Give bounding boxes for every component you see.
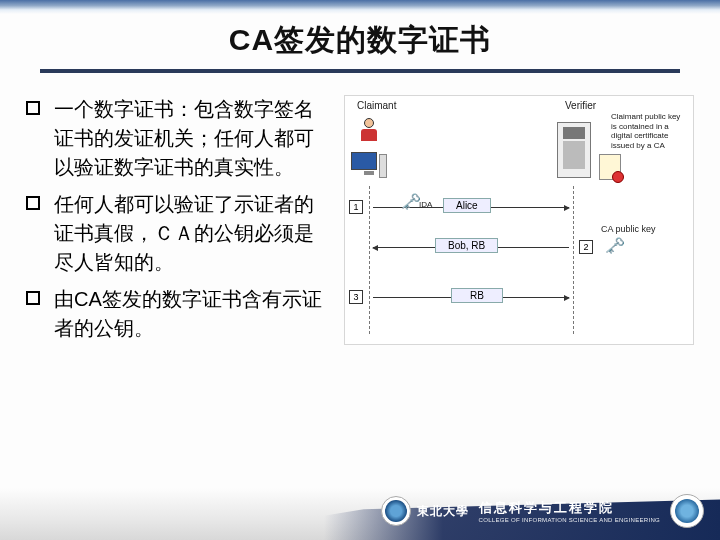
- department-name-cn: 信息科学与工程学院: [479, 499, 614, 517]
- ca-key-label: CA public key: [601, 224, 656, 234]
- department-block: 信息科学与工程学院 COLLEGE OF INFORMATION SCIENCE…: [479, 499, 660, 523]
- computer-icon: [351, 152, 387, 182]
- key-icon: 🗝️: [401, 192, 421, 211]
- bullet-marker-icon: [26, 196, 40, 210]
- msg-alice: Alice: [443, 198, 491, 213]
- lifeline-claimant: [369, 186, 370, 334]
- department-seal-icon: [670, 494, 704, 528]
- step-number-1: 1: [349, 200, 363, 214]
- bullet-text: 任何人都可以验证了示证者的证书真假，ＣＡ的公钥必须是尽人皆知的。: [54, 190, 326, 277]
- top-banner: [0, 0, 720, 14]
- bullet-item: 任何人都可以验证了示证者的证书真假，ＣＡ的公钥必须是尽人皆知的。: [26, 190, 326, 277]
- claimant-label: Claimant: [357, 100, 396, 111]
- ca-key-icon: 🗝️: [605, 236, 625, 255]
- id-label: IDA: [419, 200, 432, 209]
- certificate-icon: [599, 154, 621, 180]
- protocol-diagram: Claimant Verifier Claimant public key is…: [344, 95, 694, 345]
- server-icon: [557, 122, 591, 178]
- bullet-item: 一个数字证书：包含数字签名证书的发证机关；任何人都可以验证数字证书的真实性。: [26, 95, 326, 182]
- bullet-marker-icon: [26, 291, 40, 305]
- diagram-note: Claimant public key is contained in a di…: [611, 112, 687, 150]
- step-number-2: 2: [579, 240, 593, 254]
- bullet-text: 一个数字证书：包含数字签名证书的发证机关；任何人都可以验证数字证书的真实性。: [54, 95, 326, 182]
- bullet-item: 由CA签发的数字证书含有示证者的公钥。: [26, 285, 326, 343]
- title-block: CA签发的数字证书: [0, 20, 720, 73]
- bullet-text: 由CA签发的数字证书含有示证者的公钥。: [54, 285, 326, 343]
- msg-rb: RB: [451, 288, 503, 303]
- bullet-list: 一个数字证书：包含数字签名证书的发证机关；任何人都可以验证数字证书的真实性。 任…: [26, 95, 326, 351]
- page-title: CA签发的数字证书: [0, 20, 720, 61]
- university-name: 東北大學: [417, 503, 469, 520]
- footer: 東北大學 信息科学与工程学院 COLLEGE OF INFORMATION SC…: [0, 488, 720, 540]
- department-name-en: COLLEGE OF INFORMATION SCIENCE AND ENGIN…: [479, 517, 660, 523]
- person-icon: [359, 118, 379, 146]
- content-area: 一个数字证书：包含数字签名证书的发证机关；任何人都可以验证数字证书的真实性。 任…: [0, 73, 720, 351]
- bullet-marker-icon: [26, 101, 40, 115]
- msg-bob-rb: Bob, RB: [435, 238, 498, 253]
- university-logo: 東北大學: [381, 494, 469, 528]
- verifier-label: Verifier: [565, 100, 596, 111]
- lifeline-verifier: [573, 186, 574, 334]
- university-seal-icon: [381, 496, 411, 526]
- step-number-3: 3: [349, 290, 363, 304]
